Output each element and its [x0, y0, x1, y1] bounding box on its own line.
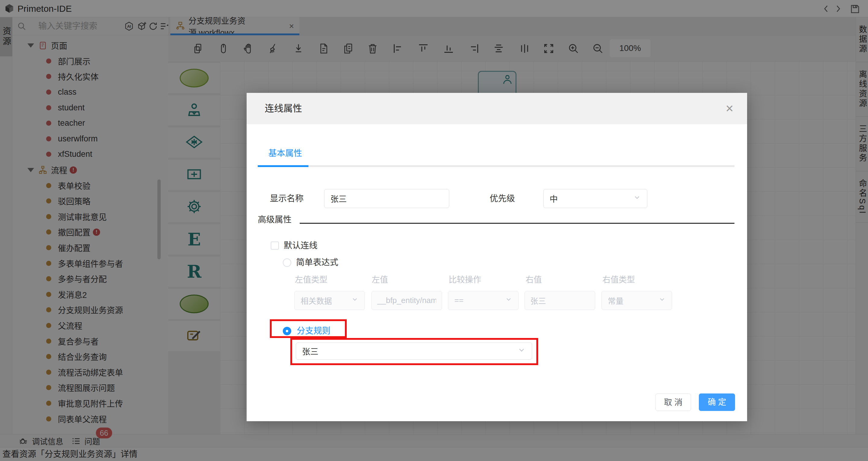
right-value-column-label: 右值 — [526, 273, 542, 285]
left-value-column-label: 左值 — [372, 273, 388, 285]
left-type-column-label: 左值类型 — [295, 273, 328, 285]
branch-rule-label: 分支规则 — [297, 322, 331, 340]
right-type-select[interactable]: 常量 — [601, 291, 672, 310]
left-value-input[interactable] — [371, 291, 442, 310]
right-value-input[interactable] — [525, 291, 595, 310]
dialog-close-icon[interactable]: ✕ — [725, 93, 734, 124]
chevron-down-icon — [658, 296, 666, 305]
branch-rule-radio[interactable] — [283, 327, 291, 335]
default-line-label: 默认连线 — [284, 237, 317, 254]
active-tab-underline — [258, 165, 308, 167]
dialog-header: 连线属性 ✕ — [247, 93, 747, 124]
chevron-down-icon — [633, 193, 641, 204]
tab-divider — [258, 165, 735, 167]
confirm-button[interactable]: 确 定 — [699, 394, 735, 411]
branch-rule-select[interactable]: 张三 — [296, 342, 532, 360]
priority-label: 优先级 — [490, 189, 515, 208]
chevron-down-icon — [505, 296, 512, 305]
simple-expression-radio[interactable] — [283, 258, 291, 267]
operator-column-label: 比较操作 — [448, 273, 481, 285]
display-name-label: 显示名称 — [270, 189, 304, 208]
chevron-down-icon — [351, 296, 359, 305]
connection-properties-dialog: 连线属性 ✕ 基本属性 显示名称 优先级 中 高级属性 默认连线 简单表达式 左… — [247, 93, 747, 421]
dialog-title: 连线属性 — [265, 93, 302, 124]
chevron-down-icon — [517, 346, 526, 357]
primeton-ide-window: Primeton-IDE 资源 输入关键字搜索 AI — [0, 0, 868, 461]
default-line-checkbox[interactable] — [271, 242, 279, 250]
simple-expression-label: 简单表达式 — [296, 254, 338, 271]
cancel-button[interactable]: 取 消 — [655, 394, 691, 411]
display-name-input[interactable] — [324, 189, 449, 208]
operator-select[interactable]: == — [448, 291, 519, 310]
advanced-section-label: 高级属性 — [258, 215, 291, 225]
tab-basic-properties[interactable]: 基本属性 — [268, 147, 302, 159]
left-type-select[interactable]: 相关数据 — [294, 291, 365, 310]
priority-select[interactable]: 中 — [543, 189, 647, 208]
advanced-section-divider — [300, 223, 735, 224]
right-type-column-label: 右值类型 — [602, 273, 635, 285]
